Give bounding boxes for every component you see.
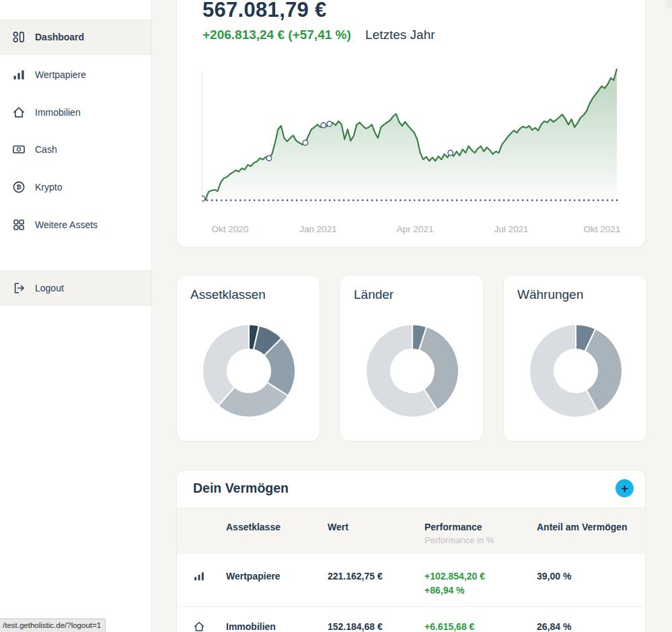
cell-performance-eur: +102.854,20 €+86,94 %	[424, 571, 485, 596]
bitcoin-icon: ₿	[12, 180, 26, 194]
svg-text:₿: ₿	[16, 183, 22, 190]
sidebar-item-label: Krypto	[35, 182, 62, 192]
cell-anteil: 26,84 %	[537, 621, 571, 632]
allocation-card-title: Währungen	[517, 287, 583, 302]
period-label: Letztes Jahr	[365, 28, 435, 42]
allocation-card-waehrungen: Währungen	[503, 275, 647, 442]
chart-event-marker[interactable]	[321, 122, 326, 128]
link-preview-statusbar: /test.getholistic.de/?logout=1	[0, 619, 106, 632]
logout-icon	[12, 281, 26, 295]
bars-icon	[193, 570, 205, 582]
x-axis-label: Jan 2021	[299, 224, 337, 234]
add-asset-button[interactable]: +	[615, 479, 634, 497]
column-header: Wert	[328, 522, 348, 532]
cell-performance-pct: +86,94 %	[424, 585, 485, 596]
allocation-card-title: Assetklassen	[190, 287, 266, 302]
banknote-icon	[12, 143, 26, 156]
column-subheader: Performance in %	[424, 535, 494, 545]
column-header: Anteil am Vermögen	[537, 522, 628, 532]
chart-event-marker[interactable]	[303, 140, 308, 145]
allocation-card-laender: Länder	[340, 275, 484, 442]
chart-event-marker[interactable]	[448, 150, 453, 155]
sidebar-item-logout[interactable]: Logout	[0, 271, 151, 306]
column-header: Performance	[424, 522, 482, 532]
chart-event-marker[interactable]	[327, 121, 332, 127]
x-axis-label: Apr 2021	[397, 224, 434, 234]
cell-wert: 221.162,75 €	[328, 571, 383, 582]
performance-chart-svg	[202, 69, 620, 205]
chart-area-fill	[202, 69, 617, 200]
assets-card: Dein Vermögen + AssetklasseWertPerforman…	[176, 470, 646, 632]
sidebar-item-label: Dashboard	[35, 32, 84, 42]
total-value: 567.081,79 €	[202, 0, 327, 22]
table-row-wertpapiere[interactable]: Wertpapiere 221.162,75 € +102.854,20 €+8…	[177, 554, 645, 606]
sidebar-item-dashboard[interactable]: Dashboard	[0, 20, 151, 55]
x-axis-label: Okt 2020	[212, 224, 249, 234]
sidebar: DashboardWertpapiereImmobilienCash₿Krypt…	[0, 0, 152, 632]
sidebar-item-immobilien[interactable]: Immobilien	[0, 95, 151, 130]
performance-subline: +206.813,24 € (+57,41 %) Letztes Jahr	[202, 28, 435, 42]
cell-assetklasse: Wertpapiere	[226, 571, 281, 582]
chart-event-marker[interactable]	[266, 155, 272, 161]
column-header: Assetklasse	[226, 522, 281, 532]
sidebar-item-weitere-assets[interactable]: Weitere Assets	[0, 207, 151, 242]
donut-chart-waehrungen	[529, 324, 623, 418]
house-icon	[12, 106, 26, 119]
cell-anteil: 39,00 %	[537, 571, 571, 582]
sidebar-item-label: Weitere Assets	[35, 219, 98, 230]
grid-icon	[12, 218, 26, 232]
change-value: +206.813,24 € (+57,41 %)	[202, 28, 351, 42]
chart-x-axis: Okt 2020Jan 2021Apr 2021Jul 2021Okt 2021	[202, 224, 620, 236]
x-axis-label: Jul 2021	[494, 224, 528, 234]
assets-card-title: Dein Vermögen	[193, 481, 289, 496]
cell-assetklasse: Immobilien	[226, 621, 276, 632]
donut-chart-laender	[365, 324, 459, 418]
x-axis-label: Okt 2021	[584, 224, 621, 234]
table-row-immobilien[interactable]: Immobilien 152.184,68 € +6.615,68 € 26,8…	[177, 606, 645, 632]
assets-table-header: AssetklasseWertPerformanceAnteil am Verm…	[177, 507, 645, 555]
sidebar-item-label: Logout	[35, 283, 64, 293]
sidebar-item-label: Wertpapiere	[35, 69, 86, 80]
allocation-card-title: Länder	[354, 287, 394, 302]
cell-performance-eur: +6.615,68 €	[424, 621, 474, 632]
performance-chart	[202, 69, 620, 205]
allocation-card-assetklassen: Assetklassen	[176, 275, 320, 442]
portfolio-card: 567.081,79 € +206.813,24 € (+57,41 %) Le…	[176, 0, 646, 248]
sidebar-item-krypto[interactable]: ₿Krypto	[0, 170, 151, 205]
dashboard-icon	[12, 30, 26, 44]
cell-wert: 152.184,68 €	[328, 621, 383, 632]
sidebar-item-wertpapiere[interactable]: Wertpapiere	[0, 57, 151, 92]
sidebar-item-label: Cash	[35, 144, 57, 155]
main-content: 567.081,79 € +206.813,24 € (+57,41 %) Le…	[176, 0, 646, 632]
scrollbar-thumb[interactable]	[666, 0, 672, 8]
sidebar-item-cash[interactable]: Cash	[0, 132, 151, 167]
sidebar-item-label: Immobilien	[35, 107, 81, 118]
bars-icon	[12, 68, 26, 81]
house-icon	[193, 621, 205, 632]
donut-chart-assetklassen	[202, 324, 296, 418]
chart-event-marker[interactable]	[202, 196, 205, 201]
